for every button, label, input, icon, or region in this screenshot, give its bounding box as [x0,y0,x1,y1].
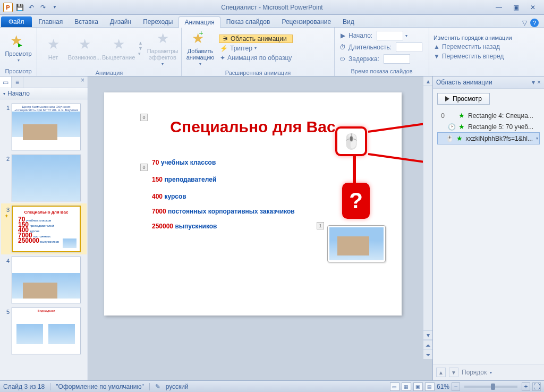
painter-icon: ✦ [220,54,225,62]
effect-star-icon: ★ [458,112,465,120]
delay-input[interactable] [384,54,410,64]
tab-transitions[interactable]: Переходы [137,16,178,27]
anim-tag-1[interactable]: 1 [317,222,324,229]
anim-tag-0a[interactable]: 0 [140,114,148,121]
next-slide-icon[interactable]: ⏷ [423,350,432,359]
outline-tab-icon[interactable]: ≡ [12,76,23,88]
group-timing: ▶Начало:▾ ⏱Длительность: ⏲Задержка: Врем… [335,28,429,76]
view-reading-icon[interactable]: ▣ [413,382,423,391]
slide-canvas-area: 0 Специально для Вас 0 70 учебных классо… [88,76,432,380]
zoom-in-button[interactable]: + [522,382,530,391]
status-bar: Слайд 3 из 18 "Оформление по умолчанию" … [0,380,544,392]
undo-icon[interactable]: ↶ [27,3,36,12]
move-later-button[interactable]: ▼Переместить вперед [432,52,513,61]
tab-animation[interactable]: Анимация [178,16,220,28]
tab-insert[interactable]: Вставка [69,16,104,27]
thumbnails-list[interactable]: 1 Центр Компьютерного Обучения «Специали… [0,99,88,380]
title-bar: P 💾 ↶ ↷ ▼ Специалист - Microsoft PowerPo… [0,0,544,15]
duration-icon: ⏱ [339,44,346,51]
play-animations-button[interactable]: Просмотр [437,93,490,105]
anim-item-2[interactable]: 🕑 ★ Rectangle 5: 70 учеб... [437,121,540,132]
tab-home[interactable]: Главная [33,16,69,27]
status-language[interactable]: русский [166,383,189,390]
view-slideshow-icon[interactable]: ▤ [425,382,435,391]
reorder-title: Изменить порядок анимации [432,34,513,41]
close-panel-icon[interactable]: × [78,76,88,88]
slide-image[interactable] [327,225,386,262]
delay-icon: ⏲ [339,55,346,63]
animation-pane-toggle[interactable]: ⚞Область анимации [219,35,293,43]
gallery-scroll[interactable]: ▲▼▾ [137,40,144,56]
group-advanced-animation: ★+Добавить анимацию▾ ⚞Область анимации ⚡… [182,28,335,76]
view-sorter-icon[interactable]: ▦ [402,382,411,391]
mouse-trigger-icon: 🖱️ [446,135,453,142]
thumbnails-tab-icon[interactable]: ▭ [0,76,12,88]
pane-dropdown-icon[interactable]: ▾ [532,79,535,86]
anim-item-1[interactable]: 0 ★ Rectangle 4: Специа... [437,110,540,121]
workspace: ▭ ≡ × ▾Начало 1 Центр Компьютерного Обуч… [0,76,544,380]
callout-mouse-icon-box: 🖱️ [335,126,367,156]
tab-slideshow[interactable]: Показ слайдов [220,16,276,27]
callout-question: ? [342,183,370,219]
reorder-down-icon[interactable]: ▼ [449,368,458,377]
anim-item-3[interactable]: 🖱️ ★ xxzkiNphhBk?fs=1&hl... ▾ [437,132,540,144]
animation-pane: Область анимации ▾× Просмотр 0 ★ Rectang… [432,76,544,380]
timing-delay[interactable]: ⏲Задержка: [338,54,423,64]
timing-start[interactable]: ▶Начало:▾ [338,30,423,41]
maximize-button[interactable]: ▣ [510,4,522,11]
tab-review[interactable]: Рецензирование [276,16,337,27]
tab-design[interactable]: Дизайн [104,16,137,27]
tab-view[interactable]: Вид [337,16,360,27]
section-header[interactable]: ▾Начало [0,88,88,99]
effect-appear[interactable]: ★Возникнов... [69,35,100,62]
animation-painter-button[interactable]: ✦Анимация по образцу [219,54,293,62]
status-slide-number: Слайд 3 из 18 [3,383,45,390]
effect-none[interactable]: ★Нет [40,35,66,62]
spellcheck-icon[interactable]: ✎ [155,383,160,390]
close-button[interactable]: ✕ [527,4,539,11]
window-controls: ― ▣ ✕ [493,4,544,11]
fit-to-window-icon[interactable]: ⛶ [532,382,541,391]
mouse-icon: 🖱️ [342,133,361,150]
animation-pane-icon: ⚞ [223,35,228,42]
effect-options-button[interactable]: ★Параметры эффектов▾ [147,29,178,67]
zoom-out-button[interactable]: − [452,382,460,391]
animation-pane-footer: ▲ ▼ Порядок ▾ [433,364,544,380]
save-icon[interactable]: 💾 [15,3,24,12]
scroll-up-icon[interactable]: ▴ [423,76,432,86]
timing-duration[interactable]: ⏱Длительность: [338,42,423,53]
thumbnail-1[interactable]: 1 Центр Компьютерного Обучения «Специали… [1,101,87,152]
clock-trigger-icon: 🕑 [448,123,455,131]
help-icon[interactable]: ? [530,19,539,27]
start-input[interactable] [377,31,403,40]
move-earlier-button[interactable]: ▲Переместить назад [432,42,513,51]
group-reorder: Изменить порядок анимации ▲Переместить н… [429,28,544,76]
anim-tag-0b[interactable]: 0 [140,164,148,171]
preview-button[interactable]: ★▶ Просмотр ▾ [3,31,33,64]
view-normal-icon[interactable]: ▭ [390,382,400,391]
duration-input[interactable] [396,42,422,52]
animation-pane-header: Область анимации ▾× [433,76,544,89]
pane-close-icon[interactable]: × [537,79,541,86]
thumbnail-2[interactable]: 2 ЛУЧШИЙ КОМПЬЮТЕРНЫЙ [1,152,87,203]
add-animation-button[interactable]: ★+Добавить анимацию▾ [185,29,216,67]
redo-icon[interactable]: ↷ [38,3,48,12]
quick-access-toolbar: P 💾 ↶ ↷ ▼ [0,3,60,12]
minimize-button[interactable]: ― [493,4,505,11]
qat-dropdown-icon[interactable]: ▼ [50,3,60,12]
ribbon-minimize-icon[interactable]: ▽ [522,19,527,27]
zoom-slider[interactable] [464,386,517,388]
start-icon: ▶ [339,32,346,39]
powerpoint-app-icon: P [3,3,13,12]
outline-tabs: ▭ ≡ × [0,76,88,88]
thumbnail-3[interactable]: 3✦ Специально для Вас 70 учебных классов… [1,203,87,254]
canvas-scrollbar[interactable]: ▴ ▾ ⏶⏷ [423,76,432,359]
effect-fade[interactable]: ★Выцветание [103,35,134,62]
prev-slide-icon[interactable]: ⏶ [423,340,432,350]
file-tab[interactable]: Файл [1,16,32,27]
scroll-down-icon[interactable]: ▾ [423,330,432,340]
thumbnail-5[interactable]: 5 Видеоуроки [1,305,87,356]
reorder-up-icon[interactable]: ▲ [436,368,446,377]
trigger-button[interactable]: ⚡Триггер ▾ [219,44,293,53]
thumbnail-4[interactable]: 4 [1,254,87,305]
